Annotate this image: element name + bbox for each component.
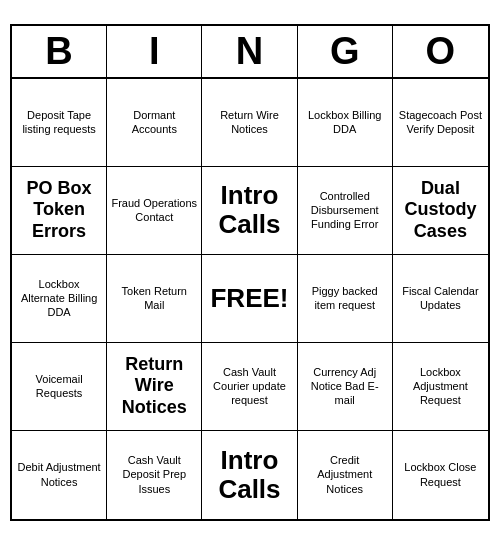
bingo-cell-16: Return Wire Notices bbox=[107, 343, 202, 431]
bingo-cell-5: PO Box Token Errors bbox=[12, 167, 107, 255]
bingo-cell-20: Debit Adjustment Notices bbox=[12, 431, 107, 519]
bingo-cell-21: Cash Vault Deposit Prep Issues bbox=[107, 431, 202, 519]
bingo-cell-17: Cash Vault Courier update request bbox=[202, 343, 297, 431]
bingo-cell-0: Deposit Tape listing requests bbox=[12, 79, 107, 167]
bingo-cell-7: Intro Calls bbox=[202, 167, 297, 255]
bingo-cell-18: Currency Adj Notice Bad E-mail bbox=[298, 343, 393, 431]
bingo-cell-6: Fraud Operations Contact bbox=[107, 167, 202, 255]
bingo-cell-9: Dual Custody Cases bbox=[393, 167, 488, 255]
bingo-cell-8: Controlled Disbursement Funding Error bbox=[298, 167, 393, 255]
bingo-cell-22: Intro Calls bbox=[202, 431, 297, 519]
bingo-cell-10: Lockbox Alternate Billing DDA bbox=[12, 255, 107, 343]
header-letter-G: G bbox=[298, 26, 393, 77]
bingo-cell-19: Lockbox Adjustment Request bbox=[393, 343, 488, 431]
header-letter-B: B bbox=[12, 26, 107, 77]
bingo-cell-13: Piggy backed item request bbox=[298, 255, 393, 343]
bingo-grid: Deposit Tape listing requestsDormant Acc… bbox=[12, 79, 488, 519]
bingo-cell-1: Dormant Accounts bbox=[107, 79, 202, 167]
bingo-cell-24: Lockbox Close Request bbox=[393, 431, 488, 519]
bingo-card: BINGO Deposit Tape listing requestsDorma… bbox=[10, 24, 490, 521]
bingo-cell-4: Stagecoach Post Verify Deposit bbox=[393, 79, 488, 167]
header-letter-N: N bbox=[202, 26, 297, 77]
bingo-cell-2: Return Wire Notices bbox=[202, 79, 297, 167]
bingo-cell-23: Credit Adjustment Notices bbox=[298, 431, 393, 519]
bingo-cell-11: Token Return Mail bbox=[107, 255, 202, 343]
bingo-cell-14: Fiscal Calendar Updates bbox=[393, 255, 488, 343]
bingo-cell-12: FREE! bbox=[202, 255, 297, 343]
bingo-header: BINGO bbox=[12, 26, 488, 79]
bingo-cell-15: Voicemail Requests bbox=[12, 343, 107, 431]
header-letter-I: I bbox=[107, 26, 202, 77]
header-letter-O: O bbox=[393, 26, 488, 77]
bingo-cell-3: Lockbox Billing DDA bbox=[298, 79, 393, 167]
